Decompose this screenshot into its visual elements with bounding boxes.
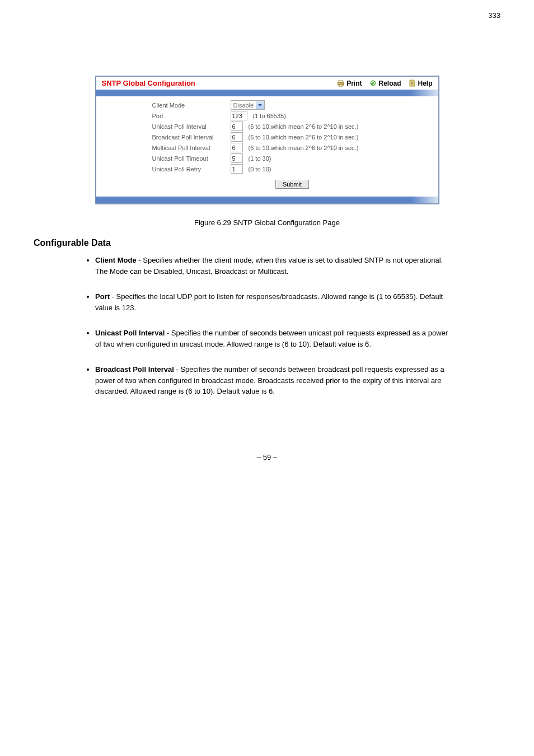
form-body: Client Mode Disable Port (1 to 65535) Un… (96, 96, 438, 193)
client-mode-value: Disable (231, 102, 256, 109)
print-label: Print (346, 80, 362, 87)
page-footer: – 59 – (34, 453, 500, 461)
broadcast-interval-hint: (6 to 10,which mean 2^6 to 2^10 in sec.) (249, 134, 359, 141)
unicast-retry-label: Unicast Poll Retry (152, 166, 231, 172)
page-top-number: 333 (0, 0, 534, 20)
reload-icon (369, 80, 377, 87)
configurable-heading: Configurable Data (34, 238, 500, 248)
reload-label: Reload (378, 80, 401, 87)
list-item: Client Mode - Specifies whether the clie… (95, 255, 500, 277)
list-item: Broadcast Poll Interval - Specifies the … (95, 364, 500, 397)
unicast-interval-input[interactable] (231, 122, 243, 131)
figure-caption: Figure 6.29 SNTP Global Configuration Pa… (34, 218, 500, 227)
configurable-list: Client Mode - Specifies whether the clie… (34, 255, 500, 397)
unicast-interval-hint: (6 to 10,which mean 2^6 to 2^10 in sec.) (249, 123, 359, 130)
unicast-timeout-hint: (1 to 30) (249, 155, 271, 162)
chevron-down-icon (256, 101, 264, 109)
help-label: Help (418, 80, 432, 87)
unicast-interval-label: Unicast Poll Interval (152, 123, 231, 130)
print-icon (338, 80, 345, 87)
help-icon: i (409, 80, 416, 87)
item-title: Unicast Poll Interval (95, 329, 165, 337)
separator-bar-bottom (96, 197, 438, 203)
unicast-timeout-input[interactable] (231, 153, 243, 163)
client-mode-select[interactable]: Disable (231, 100, 265, 110)
panel-title: SNTP Global Configuration (102, 79, 330, 87)
unicast-timeout-label: Unicast Poll Timeout (152, 155, 231, 162)
item-title: Port (95, 292, 110, 301)
item-title: Client Mode (95, 256, 137, 264)
svg-point-3 (371, 81, 376, 86)
config-panel: SNTP Global Configuration Print Reload i… (95, 76, 439, 204)
port-hint: (1 to 65535) (253, 113, 286, 119)
multicast-interval-input[interactable] (231, 143, 243, 152)
item-body: - Specifies whether the client mode, whe… (95, 256, 443, 276)
broadcast-interval-input[interactable] (231, 132, 243, 142)
broadcast-interval-label: Broadcast Poll Interval (152, 134, 231, 141)
item-title: Broadcast Poll Interval (95, 365, 174, 374)
list-item: Port - Specifies the local UDP port to l… (95, 291, 500, 313)
multicast-interval-label: Multicast Poll Interval (152, 144, 231, 151)
submit-button[interactable]: Submit (275, 180, 309, 189)
svg-text:i: i (412, 81, 413, 85)
print-button[interactable]: Print (338, 80, 362, 87)
port-input[interactable] (231, 111, 247, 120)
multicast-interval-hint: (6 to 10,which mean 2^6 to 2^10 in sec.) (249, 144, 359, 151)
client-mode-label: Client Mode (152, 102, 231, 109)
item-body: - Specifies the local UDP port to listen… (95, 292, 443, 312)
port-label: Port (152, 113, 231, 119)
separator-bar-top (96, 90, 438, 96)
panel-header: SNTP Global Configuration Print Reload i… (96, 77, 438, 90)
list-item: Unicast Poll Interval - Specifies the nu… (95, 328, 500, 349)
reload-button[interactable]: Reload (369, 80, 401, 87)
svg-rect-2 (339, 85, 342, 86)
unicast-retry-hint: (0 to 10) (249, 166, 271, 172)
unicast-retry-input[interactable] (231, 164, 243, 174)
help-button[interactable]: i Help (409, 80, 432, 87)
